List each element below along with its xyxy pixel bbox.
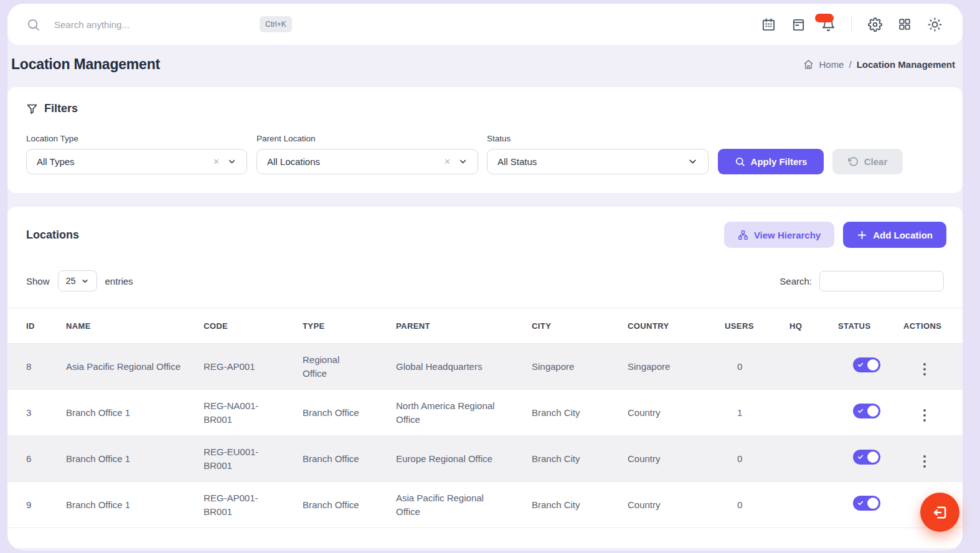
- topbar: Ctrl+K: [7, 4, 963, 45]
- view-hierarchy-button[interactable]: View Hierarchy: [724, 222, 834, 248]
- cell-type: Branch Office: [303, 436, 396, 482]
- apps-button[interactable]: [893, 12, 916, 36]
- cell-city: Branch City: [532, 482, 628, 528]
- add-location-button[interactable]: Add Location: [843, 222, 946, 248]
- cell-name: Branch Office 1: [66, 390, 204, 436]
- notifications-button[interactable]: [816, 12, 840, 36]
- cell-name: Branch Office 1: [66, 482, 204, 528]
- hierarchy-icon: [738, 230, 748, 240]
- clear-selection-icon[interactable]: ✕: [213, 157, 220, 166]
- cell-users: 0: [725, 344, 789, 390]
- row-menu-button[interactable]: [921, 361, 928, 378]
- toggle-knob: [867, 359, 879, 371]
- chevron-down-icon: [81, 277, 89, 285]
- cell-users: 1: [725, 390, 789, 436]
- col-id: ID: [7, 308, 66, 344]
- cell-country: Country: [628, 390, 725, 436]
- clipboard-icon: [791, 17, 806, 32]
- entries-label: entries: [105, 276, 133, 286]
- breadcrumb: Home / Location Management: [803, 59, 955, 70]
- gear-icon: [868, 17, 882, 32]
- toggle-knob: [867, 405, 879, 417]
- select-value: All Status: [497, 156, 687, 167]
- cell-hq: [789, 344, 838, 390]
- check-icon: [857, 454, 864, 460]
- row-menu-button[interactable]: [921, 407, 928, 424]
- chevron-down-icon: [687, 156, 698, 167]
- locations-title: Locations: [26, 229, 79, 242]
- filters-row: Location Type All Types ✕ Parent Locatio…: [26, 134, 946, 174]
- filter-label: Status: [487, 134, 709, 143]
- cell-status: [838, 390, 903, 436]
- cell-parent: Asia Pacific Regional Office: [396, 482, 532, 528]
- locations-card: Locations View Hierarchy Add Location Sh…: [7, 207, 963, 548]
- check-icon: [857, 362, 864, 368]
- cell-status: [838, 344, 903, 390]
- cell-code: REG-EU001-BR001: [204, 436, 303, 482]
- funnel-icon: [26, 103, 38, 115]
- cell-city: Branch City: [532, 436, 628, 482]
- clear-filters-button[interactable]: Clear: [832, 149, 903, 174]
- status-toggle[interactable]: [853, 404, 880, 418]
- topbar-actions: [756, 12, 946, 36]
- filter-location-type: Location Type All Types ✕: [26, 134, 247, 174]
- cell-city: Branch City: [532, 390, 628, 436]
- table-row: 3 Branch Office 1 REG-NA001-BR001 Branch…: [7, 390, 963, 436]
- cell-type: Regional Office: [303, 344, 396, 390]
- add-location-label: Add Location: [873, 230, 933, 240]
- tasks-button[interactable]: [786, 12, 810, 36]
- location-type-select[interactable]: All Types ✕: [26, 149, 247, 174]
- apply-filters-button[interactable]: Apply Filters: [718, 149, 824, 174]
- search-input[interactable]: [54, 19, 260, 30]
- cell-country: Singapore: [628, 344, 725, 390]
- status-toggle[interactable]: [853, 450, 880, 465]
- status-toggle[interactable]: [853, 496, 880, 511]
- apply-filters-label: Apply Filters: [751, 156, 808, 167]
- page-header: Location Management Home / Location Mana…: [7, 45, 963, 83]
- table-header-row: ID NAME CODE TYPE PARENT CITY COUNTRY US…: [7, 308, 963, 344]
- cell-code: REG-AP001: [204, 344, 303, 390]
- app-container: Ctrl+K Location M: [7, 4, 963, 551]
- table-search-label: Search:: [780, 276, 812, 286]
- row-menu-button[interactable]: [921, 453, 928, 470]
- cell-parent: North America Regional Office: [396, 390, 532, 436]
- table-search-input[interactable]: [819, 271, 944, 291]
- clear-selection-icon[interactable]: ✕: [444, 157, 451, 166]
- col-type: TYPE: [303, 308, 396, 344]
- cell-country: Country: [628, 482, 725, 528]
- filter-label: Parent Location: [257, 134, 478, 143]
- status-toggle[interactable]: [853, 357, 880, 372]
- theme-toggle-button[interactable]: [923, 12, 946, 36]
- cell-code: REG-AP001-BR001: [204, 482, 303, 528]
- col-code: CODE: [204, 308, 303, 344]
- breadcrumb-current: Location Management: [857, 59, 955, 70]
- locations-header: Locations View Hierarchy Add Location: [7, 207, 963, 248]
- status-select[interactable]: All Status: [487, 149, 709, 174]
- page-size-select[interactable]: 25: [58, 270, 97, 291]
- search-icon: [26, 17, 40, 32]
- col-users: USERS: [725, 308, 789, 344]
- page-size-value: 25: [65, 276, 75, 286]
- topbar-divider: [851, 16, 852, 32]
- cell-actions: [903, 436, 963, 482]
- settings-button[interactable]: [863, 12, 887, 36]
- filters-card: Filters Location Type All Types ✕ Parent…: [7, 87, 963, 193]
- calendar-button[interactable]: [756, 12, 780, 36]
- cell-type: Branch Office: [303, 390, 396, 436]
- filter-status: Status All Status: [487, 134, 709, 174]
- check-icon: [857, 500, 864, 506]
- locations-actions: View Hierarchy Add Location: [724, 222, 946, 248]
- sun-icon: [928, 17, 942, 32]
- select-value: All Locations: [267, 156, 444, 167]
- logout-icon: [931, 504, 949, 521]
- breadcrumb-home[interactable]: Home: [819, 59, 844, 70]
- cell-type: Branch Office: [303, 482, 396, 528]
- logout-fab[interactable]: [920, 493, 959, 532]
- cell-actions: [903, 390, 963, 436]
- reset-icon: [848, 156, 859, 167]
- home-icon: [803, 59, 814, 70]
- cell-parent: Global Headquarters: [396, 344, 532, 390]
- cell-users: 0: [725, 482, 789, 528]
- parent-location-select[interactable]: All Locations ✕: [257, 149, 478, 174]
- global-search: Ctrl+K: [26, 16, 292, 32]
